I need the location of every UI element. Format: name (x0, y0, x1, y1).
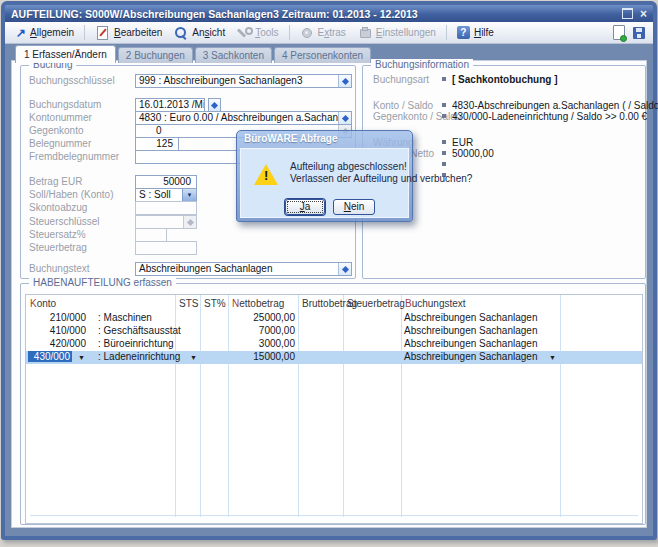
menu-label: Ansicht (192, 27, 225, 38)
dialog-message-line2: Verlassen der Aufteilung und verbuchen? (290, 173, 472, 184)
ja-button[interactable]: Ja (285, 199, 325, 215)
menu-label: Einstellungen (376, 27, 436, 38)
steuerschluessel-label: Steuerschlüssel (29, 216, 100, 227)
menu-item-allgemein[interactable]: ↗ Allgemein (11, 24, 79, 42)
groupbox-label: HABENAUFTEILUNG erfassen (29, 277, 176, 288)
warning-icon (254, 164, 278, 185)
tab-buchungen[interactable]: 2 Buchungen (118, 47, 193, 63)
title-bar[interactable]: AUFTEILUNG: S000W/Abschreibungen Sachanl… (5, 5, 653, 22)
belegnummer-input[interactable]: 125 (135, 137, 179, 151)
menu-bar: ↗ Allgemein Bearbeiten Ansicht Tools Ext… (5, 22, 653, 44)
menu-item-hilfe[interactable]: ? Hilfe (452, 24, 499, 41)
groupbox-label: Buchungsinformation (371, 59, 473, 70)
table-row[interactable]: 410/000 : Geschäftsausstat 7000,00 Absch… (26, 325, 642, 338)
chevron-down-icon[interactable]: ▼ (78, 354, 85, 361)
kontonummer-input[interactable]: 4830 : Euro 0.00 / Abschreibungen a.Sach… (135, 111, 352, 125)
konto-name: : Maschinen (98, 312, 152, 323)
menu-label: Allgemein (30, 27, 74, 38)
steuersatz-label: Steuersatz% (29, 229, 86, 240)
tab-erfassen-aendern[interactable]: 1 Erfassen/Ändern (15, 45, 116, 63)
edit-icon (97, 26, 108, 40)
field-value: 125 (136, 138, 178, 150)
bullet-icon (442, 140, 446, 144)
gegenkonto-saldo-label: Gegenkonto / Saldo (373, 111, 461, 122)
tab-personenkonten[interactable]: 4 Personenkonten (274, 47, 371, 63)
dropdown-button[interactable] (338, 263, 351, 275)
menu-item-einstellungen: Einstellungen (353, 24, 441, 42)
konto-nr-editing[interactable]: 430/000 (28, 351, 72, 362)
habenaufteilung-groupbox: HABENAUFTEILUNG erfassen Konto STS ST% N… (20, 283, 646, 525)
buchungsdatum-input[interactable]: 16.01.2013 /Mi (135, 98, 205, 112)
save-icon[interactable] (633, 27, 645, 39)
chevron-down-icon[interactable]: ▼ (549, 354, 556, 361)
close-icon[interactable]: × (640, 9, 647, 19)
document-check-icon[interactable] (613, 25, 625, 40)
table-row-selected[interactable]: 430/000 ▼ : Ladeneinrichtung ▼ 15000,00 … (26, 351, 642, 364)
menu-item-bearbeiten[interactable]: Bearbeiten (90, 24, 167, 42)
dialog-title[interactable]: BüroWARE Abfrage (237, 131, 412, 148)
steuersatz-input[interactable] (135, 228, 167, 242)
header-sts[interactable]: STS (179, 298, 198, 309)
buchungsschluessel-label: Buchungsschlüssel (29, 75, 115, 86)
betrag-label: Betrag EUR (29, 176, 82, 187)
application-window: AUFTEILUNG: S000W/Abschreibungen Sachanl… (1, 1, 657, 540)
dialog-body: Aufteilung abgeschlossen! Verlassen der … (240, 148, 409, 218)
skontoabzug-input[interactable] (135, 201, 197, 215)
table-row[interactable]: 210/000 : Maschinen 25000,00 Abschreibun… (26, 312, 642, 325)
buchungstext-cell: Abschreibungen Sachanlagen (404, 312, 537, 323)
menu-label: Extras (318, 27, 346, 38)
settings-icon (358, 26, 372, 40)
menu-item-ansicht[interactable]: Ansicht (169, 24, 230, 42)
bullet-icon (442, 162, 446, 166)
help-icon: ? (457, 26, 470, 39)
restore-icon[interactable] (622, 8, 633, 19)
summe-netto-value: 50000,00 (452, 148, 494, 159)
buchungstext-cell: Abschreibungen Sachanlagen (404, 351, 537, 362)
header-stprozent[interactable]: ST% (204, 298, 226, 309)
header-steuerbetrag[interactable]: Steuerbetrag (347, 298, 405, 309)
konto-name: : Büroeinrichtung (98, 338, 174, 349)
nettobetrag: 7000,00 (229, 325, 295, 336)
bullet-icon (442, 114, 446, 118)
header-nettobetrag[interactable]: Nettobetrag (232, 298, 284, 309)
steuerbetrag-label: Steuerbetrag (29, 242, 87, 253)
nettobetrag: 25000,00 (229, 312, 295, 323)
konto-saldo-label: Konto / Saldo (373, 100, 433, 111)
kontonummer-label: Kontonummer (29, 112, 92, 123)
aufteilung-grid[interactable]: Konto STS ST% Nettobetrag Bruttobetrag S… (25, 294, 643, 524)
gegenkonto-label: Gegenkonto (29, 125, 84, 136)
buchungstext-cell: Abschreibungen Sachanlagen (404, 338, 537, 349)
bueroware-abfrage-dialog: BüroWARE Abfrage Aufteilung abgeschlosse… (236, 130, 413, 222)
waehrung-value: EUR (452, 137, 473, 148)
buchungsschluessel-input[interactable]: 999 : Abschreibungen Sachanlagen3 (135, 74, 352, 88)
belegnummer-label: Belegnummer (29, 138, 91, 149)
magnifier-icon (174, 26, 188, 40)
konto-name: : Ladeneinrichtung (98, 351, 180, 362)
extras-icon (300, 26, 314, 40)
tab-sachkonten[interactable]: 3 Sachkonten (195, 47, 272, 63)
chevron-down-icon[interactable]: ▼ (190, 354, 197, 361)
buchungsdatum-label: Buchungsdatum (29, 99, 101, 110)
field-value: 4830 : Euro 0.00 / Abschreibungen a.Sach… (136, 112, 351, 124)
menu-label: Tools (255, 27, 278, 38)
konto-saldo-value: 4830-Abschreibungen a.Sachanlagen ( / Sa… (452, 100, 658, 111)
table-row[interactable]: 420/000 : Büroeinrichtung 3000,00 Abschr… (26, 338, 642, 351)
buchungstext-input[interactable]: Abschreibungen Sachanlagen (135, 262, 352, 276)
sollhaben-select[interactable]: S : Soll ▼ (135, 188, 197, 202)
field-value: Abschreibungen Sachanlagen (136, 263, 351, 275)
chevron-down-icon[interactable]: ▼ (182, 189, 196, 201)
date-dropdown-button[interactable] (208, 98, 221, 112)
nein-button[interactable]: Nein (333, 199, 375, 215)
buchungstext-cell: Abschreibungen Sachanlagen (404, 325, 537, 336)
toolbar-right (613, 25, 647, 40)
header-buchungstext[interactable]: Buchungstext (405, 298, 466, 309)
dropdown-button[interactable] (338, 112, 351, 124)
betrag-input[interactable]: 50000 (135, 175, 197, 189)
header-konto[interactable]: Konto (30, 298, 56, 309)
steuerbetrag-input[interactable] (135, 241, 197, 255)
window-controls: × (622, 8, 647, 19)
steuerschluessel-input (135, 215, 197, 229)
buchungstext-label: Buchungstext (29, 263, 90, 274)
dropdown-button[interactable] (338, 75, 351, 87)
field-value: 999 : Abschreibungen Sachanlagen3 (136, 75, 351, 87)
